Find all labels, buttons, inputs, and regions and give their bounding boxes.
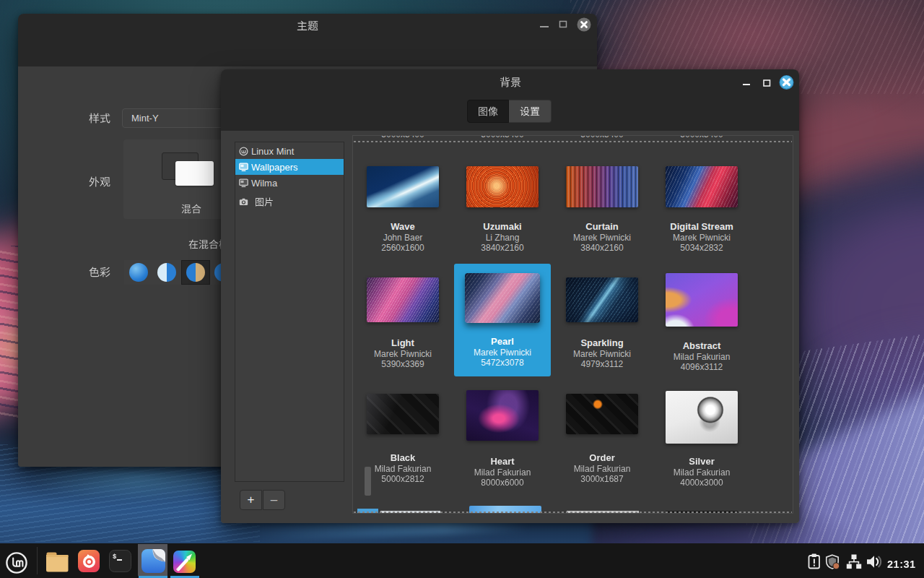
svg-text:$: $ [113,553,117,561]
